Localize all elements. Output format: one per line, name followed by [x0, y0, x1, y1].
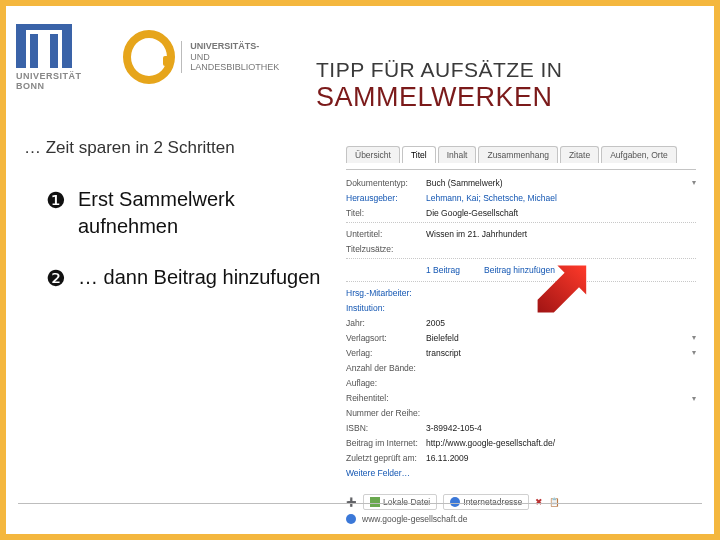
chip-local-file[interactable]: Lokale Datei: [363, 494, 437, 510]
val-zuletzt[interactable]: 16.11.2009: [426, 453, 696, 463]
step-2-text: … dann Beitrag hinzufugen: [78, 264, 320, 291]
chip-web-address-label: Internetadresse: [463, 497, 522, 507]
lbl-titelzus: Titelzusätze:: [346, 244, 426, 254]
step-1: ❶ Erst Sammelwerk aufnehmen: [46, 186, 326, 240]
slide-title-big: SAMMELWERKEN: [316, 82, 562, 113]
attach-add-icon[interactable]: ➕: [346, 497, 357, 507]
tab-inhalt[interactable]: Inhalt: [438, 146, 477, 163]
form-body: Dokumententyp:Buch (Sammelwerk) Herausge…: [346, 169, 696, 524]
attachment-url-row: www.google-gesellschaft.de: [346, 514, 696, 524]
lbl-utitel: Untertitel:: [346, 229, 426, 239]
divider: [346, 222, 696, 223]
slide-subhead: … Zeit sparen in 2 Schritten: [24, 138, 235, 158]
ulb-logo-line1: UNIVERSITÄTS-: [190, 41, 296, 52]
step-2: ❷ … dann Beitrag hinzufugen: [46, 264, 326, 294]
ulb-ring-icon: [123, 30, 175, 84]
divider: [346, 281, 696, 282]
val-reihe[interactable]: [426, 394, 696, 403]
slide-title: TIPP FÜR AUFSÄTZE IN SAMMELWERKEN: [316, 58, 562, 113]
uni-bonn-gate-icon: [16, 24, 72, 68]
tab-titel[interactable]: Titel: [402, 146, 436, 163]
globe-icon: [346, 514, 356, 524]
val-hrsg[interactable]: Lehmann, Kai; Schetsche, Michael: [426, 193, 696, 203]
lbl-zuletzt: Zuletzt geprüft am:: [346, 453, 426, 463]
ulb-logo-line2: UND LANDESBIBLIOTHEK: [190, 52, 296, 74]
slide-title-small: TIPP FÜR AUFSÄTZE IN: [316, 58, 562, 82]
lbl-inst[interactable]: Institution:: [346, 303, 426, 313]
lbl-titel: Titel:: [346, 208, 426, 218]
ulb-logo-text: UNIVERSITÄTS- UND LANDESBIBLIOTHEK: [181, 41, 296, 73]
logo-block: UNIVERSITÄT BONN UNIVERSITÄTS- UND LANDE…: [16, 16, 296, 98]
tab-zusammenhang[interactable]: Zusammenhang: [478, 146, 557, 163]
lbl-isbn: ISBN:: [346, 423, 426, 433]
lbl-hrsg[interactable]: Herausgeber:: [346, 193, 426, 203]
beitraege-bar: 1 Beitrag Beitrag hinzufügen: [426, 265, 696, 275]
lbl-jahr: Jahr:: [346, 318, 426, 328]
lbl-netbeitrag: Beitrag im Internet:: [346, 438, 426, 448]
val-titel[interactable]: Die Google-Gesellschaft: [426, 208, 696, 218]
tab-uebersicht[interactable]: Übersicht: [346, 146, 400, 163]
lbl-hrsgmit[interactable]: Hrsg.-Mitarbeiter:: [346, 288, 426, 298]
copy-icon[interactable]: 📋: [549, 497, 560, 507]
citavi-form: Übersicht Titel Inhalt Zusammenhang Zita…: [346, 146, 696, 496]
divider: [346, 258, 696, 259]
lbl-baende: Anzahl der Bände:: [346, 363, 426, 373]
footer-rule: [18, 503, 702, 504]
attachment-url[interactable]: www.google-gesellschaft.de: [362, 514, 467, 524]
tab-zitate[interactable]: Zitate: [560, 146, 599, 163]
weitere-felder-link[interactable]: Weitere Felder…: [346, 468, 410, 478]
step-1-text: Erst Sammelwerk aufnehmen: [78, 186, 326, 240]
val-netbeitrag[interactable]: http://www.google-gesellschaft.de/: [426, 438, 696, 448]
ulb-logo: UNIVERSITÄTS- UND LANDESBIBLIOTHEK: [123, 30, 296, 84]
tab-bar: Übersicht Titel Inhalt Zusammenhang Zita…: [346, 146, 696, 163]
val-ort[interactable]: Bielefeld: [426, 333, 696, 343]
slide: UNIVERSITÄT BONN UNIVERSITÄTS- UND LANDE…: [0, 0, 720, 540]
lbl-auflage: Auflage:: [346, 378, 426, 388]
val-jahr[interactable]: 2005: [426, 318, 696, 328]
beitraege-count[interactable]: 1 Beitrag: [426, 265, 460, 275]
val-isbn[interactable]: 3-89942-105-4: [426, 423, 696, 433]
universitaet-bonn-logo: UNIVERSITÄT BONN: [16, 24, 109, 91]
delete-icon[interactable]: ✖: [535, 497, 543, 507]
chip-local-file-label: Lokale Datei: [383, 497, 430, 507]
val-utitel[interactable]: Wissen im 21. Jahrhundert: [426, 229, 696, 239]
beitrag-hinzufuegen-link[interactable]: Beitrag hinzufügen: [484, 265, 555, 275]
lbl-verlag: Verlag:: [346, 348, 426, 358]
lbl-reihe: Reihentitel:: [346, 393, 426, 403]
globe-icon: [450, 497, 460, 507]
lbl-nummer: Nummer der Reihe:: [346, 408, 426, 418]
val-verlag[interactable]: transcript: [426, 348, 696, 358]
step-2-bullet: ❷: [46, 264, 68, 294]
lbl-doctype: Dokumententyp:: [346, 178, 426, 188]
file-icon: [370, 497, 380, 507]
val-doctype[interactable]: Buch (Sammelwerk): [426, 178, 696, 188]
step-1-bullet: ❶: [46, 186, 68, 216]
chip-web-address[interactable]: Internetadresse: [443, 494, 529, 510]
tab-aufgaben[interactable]: Aufgaben, Orte: [601, 146, 677, 163]
lbl-ort: Verlagsort:: [346, 333, 426, 343]
uni-bonn-logo-text: UNIVERSITÄT BONN: [16, 71, 109, 91]
attachment-bar: ➕ Lokale Datei Internetadresse ✖ 📋: [346, 494, 696, 510]
